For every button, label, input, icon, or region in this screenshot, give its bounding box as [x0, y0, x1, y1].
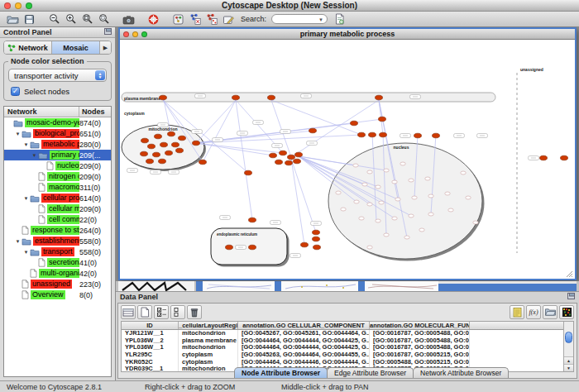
- tab-mosaic[interactable]: Mosaic: [52, 41, 100, 54]
- red-node[interactable]: [414, 133, 422, 138]
- white-node[interactable]: [384, 169, 389, 172]
- tree-row[interactable]: nitrogen compo209(0): [4, 171, 111, 182]
- red-node[interactable]: [313, 230, 320, 235]
- white-node[interactable]: [404, 236, 409, 239]
- tree-row[interactable]: macromolecule311(0): [4, 182, 111, 193]
- expander-icon[interactable]: ▼: [22, 196, 30, 201]
- white-node[interactable]: [400, 162, 405, 165]
- white-node[interactable]: [367, 170, 372, 174]
- white-node[interactable]: [461, 171, 466, 174]
- white-node[interactable]: [367, 246, 372, 249]
- table-scrollbar[interactable]: ▲ ▼: [563, 322, 573, 371]
- red-node[interactable]: [301, 242, 309, 247]
- table-row[interactable]: YJR121W__1mitochondrion[GO:0045267, GO:0…: [122, 330, 573, 337]
- red-node[interactable]: [159, 159, 166, 164]
- white-node[interactable]: [353, 164, 358, 167]
- tree-row[interactable]: Overview8(0): [4, 289, 111, 300]
- white-node[interactable]: [384, 233, 389, 237]
- column-header[interactable]: annotation.GO MOLECULAR_FUNCTION: [370, 322, 470, 329]
- red-node[interactable]: [295, 152, 303, 157]
- tree-row[interactable]: cellular metabo209(0): [4, 203, 111, 214]
- dp-check-icon[interactable]: [154, 305, 169, 319]
- red-node[interactable]: [309, 128, 317, 133]
- white-node[interactable]: [336, 191, 341, 194]
- white-node[interactable]: [428, 194, 433, 198]
- red-node[interactable]: [160, 95, 167, 100]
- dp-table-icon[interactable]: [121, 305, 136, 319]
- red-node[interactable]: [193, 141, 200, 146]
- dp-matrix-icon[interactable]: [559, 305, 574, 319]
- table-row[interactable]: YPL036W__2plasma membrane[GO:0044464, GO…: [122, 337, 573, 345]
- tab-network[interactable]: Network: [4, 41, 52, 54]
- network-canvas[interactable]: plasma membranecytoplasmmitochondrionnuc…: [120, 40, 575, 279]
- chevron-down-icon[interactable]: ▼: [318, 17, 323, 23]
- white-node[interactable]: [448, 208, 453, 212]
- tab-network-attribute-browser[interactable]: Network Attribute Browser: [413, 367, 509, 378]
- white-node[interactable]: [425, 177, 430, 180]
- search-input[interactable]: ▼: [271, 14, 328, 24]
- white-node[interactable]: [445, 192, 450, 195]
- column-header[interactable]: annotation.GO CELLULAR_COMPONENT: [238, 322, 370, 329]
- column-header-nodes[interactable]: Nodes: [79, 108, 111, 116]
- hide-selected-icon[interactable]: [188, 12, 202, 26]
- white-node[interactable]: [392, 217, 397, 220]
- dp-squares-icon[interactable]: [170, 305, 185, 319]
- zoom-fit-icon[interactable]: [80, 12, 94, 26]
- dp-trash-icon[interactable]: [187, 305, 202, 319]
- white-node[interactable]: [367, 203, 372, 206]
- red-node[interactable]: [226, 245, 233, 250]
- tab-node-attribute-browser[interactable]: Node Attribute Browser: [234, 367, 328, 378]
- table-row[interactable]: YKR052Ccytoplasm[GO:0044464, GO:0044446,…: [122, 359, 573, 366]
- zoom-in-icon[interactable]: [64, 12, 78, 26]
- tree-row[interactable]: secretion41(0): [4, 257, 111, 268]
- red-node[interactable]: [433, 133, 440, 138]
- tree-row[interactable]: ▼transport558(0): [4, 246, 111, 257]
- tree-row[interactable]: mosaic-demo-yeast874(0): [4, 117, 111, 128]
- camera-icon[interactable]: [122, 12, 136, 26]
- float-panel-icon[interactable]: [104, 28, 112, 36]
- red-node[interactable]: [280, 151, 287, 155]
- red-node[interactable]: [313, 245, 321, 250]
- red-node[interactable]: [288, 155, 295, 160]
- red-node[interactable]: [232, 95, 240, 100]
- red-node[interactable]: [153, 152, 160, 157]
- red-node[interactable]: [148, 144, 156, 149]
- white-node[interactable]: [409, 179, 414, 182]
- edit-preferences-icon[interactable]: [221, 12, 235, 26]
- white-node[interactable]: [466, 196, 471, 199]
- expander-icon[interactable]: ▼: [22, 142, 30, 147]
- tab-edge-attribute-browser[interactable]: Edge Attribute Browser: [327, 367, 414, 378]
- tree-row[interactable]: cell communicat22(0): [4, 214, 111, 225]
- red-node[interactable]: [540, 155, 548, 160]
- scroll-down-icon[interactable]: ▼: [564, 364, 573, 371]
- red-node[interactable]: [249, 245, 256, 250]
- tab-overflow-arrow-icon[interactable]: ▶: [100, 41, 111, 54]
- red-node[interactable]: [268, 95, 275, 100]
- red-node[interactable]: [561, 155, 568, 160]
- help-icon[interactable]: [146, 12, 160, 26]
- float-panel-icon[interactable]: [567, 293, 575, 301]
- red-node[interactable]: [379, 117, 386, 122]
- white-node[interactable]: [428, 213, 433, 216]
- zoom-region-icon[interactable]: [97, 12, 111, 26]
- red-node[interactable]: [270, 153, 277, 158]
- scrollbar-thumb[interactable]: [565, 332, 572, 343]
- network-window-titlebar[interactable]: primary metabolic process: [120, 29, 575, 40]
- red-node[interactable]: [285, 160, 293, 165]
- white-node[interactable]: [376, 185, 380, 189]
- red-node[interactable]: [141, 138, 149, 143]
- white-node[interactable]: [412, 196, 417, 199]
- red-node[interactable]: [313, 237, 320, 241]
- tree-row[interactable]: multi-organism pro42(0): [4, 268, 111, 279]
- open-folder-icon[interactable]: [6, 12, 20, 26]
- tree-row[interactable]: ▼primary metabo209(...: [4, 150, 111, 160]
- network-view-window[interactable]: primary metabolic process plasma membran…: [118, 27, 577, 280]
- red-node[interactable]: [249, 218, 256, 222]
- dp-notes-icon[interactable]: [510, 305, 524, 319]
- red-node[interactable]: [146, 159, 154, 164]
- tree-row[interactable]: ▼biological_process651(0): [4, 128, 111, 139]
- column-header[interactable]: ID: [122, 322, 179, 329]
- tree-row[interactable]: ▼establishment of lo558(0): [4, 236, 111, 246]
- red-node[interactable]: [351, 121, 358, 126]
- red-node[interactable]: [141, 151, 148, 156]
